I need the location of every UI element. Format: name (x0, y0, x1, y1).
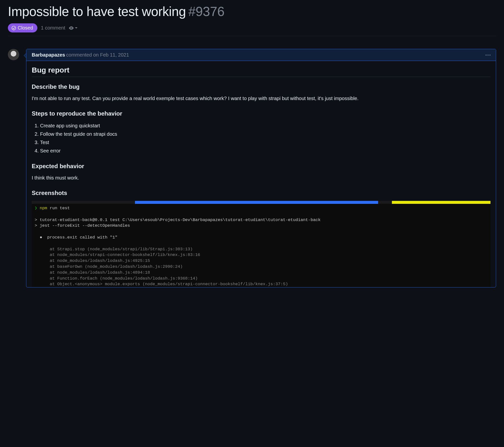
describe-heading: Describe the bug (32, 83, 490, 90)
comment-body: Bug report Describe the bug I'm not able… (26, 61, 496, 287)
state-label: Closed (18, 25, 33, 31)
comment-author-link[interactable]: Barbapapazes (32, 52, 65, 57)
comment-actions-menu[interactable] (486, 54, 490, 55)
steps-heading: Steps to reproduce the behavior (32, 110, 490, 117)
eye-icon (69, 25, 74, 31)
caret-down-icon (75, 27, 77, 29)
steps-list: Create app using quickstart Follow the t… (32, 122, 490, 155)
terminal-output: ❯ npm run test > tutorat-etudiant-back@0… (32, 204, 490, 287)
list-item: Test (40, 138, 490, 146)
check-circle-icon (11, 26, 16, 31)
issue-number: #9376 (188, 4, 224, 19)
list-item: See error (40, 146, 490, 155)
state-badge-closed: Closed (8, 23, 37, 33)
expected-heading: Expected behavior (32, 163, 490, 170)
terminal-tab-bar (32, 201, 490, 204)
list-item: Follow the test guide on strapi docs (40, 130, 490, 138)
author-avatar[interactable] (8, 49, 19, 60)
screenshots-heading: Screenshots (32, 190, 490, 197)
issue-comment: Barbapapazes commented on Feb 11, 2021 B… (26, 49, 496, 287)
issue-title: Impossible to have test working (8, 4, 186, 19)
expected-body: I think this must work. (32, 174, 490, 182)
subscribe-dropdown[interactable] (69, 25, 77, 31)
issue-title-row: Impossible to have test working #9376 (8, 4, 496, 19)
comment-count: 1 comment (41, 25, 65, 31)
comment-header: Barbapapazes commented on Feb 11, 2021 (26, 49, 496, 61)
list-item: Create app using quickstart (40, 122, 490, 130)
comment-arrow (24, 53, 26, 58)
comment-timestamp[interactable]: commented on Feb 11, 2021 (66, 52, 129, 57)
bug-report-heading: Bug report (32, 66, 490, 77)
describe-body: I'm not able to run any test. Can you pr… (32, 95, 490, 102)
terminal-screenshot: ❯ npm run test > tutorat-etudiant-back@0… (32, 201, 490, 287)
